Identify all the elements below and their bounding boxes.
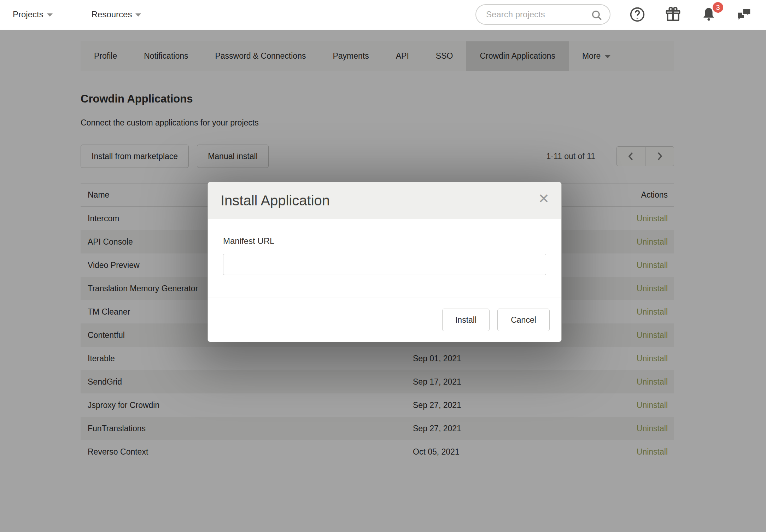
install-button[interactable]: Install <box>442 309 490 331</box>
manifest-url-input[interactable] <box>223 254 546 275</box>
modal-title: Install Application <box>221 193 330 209</box>
gift-icon <box>664 6 682 23</box>
resources-menu[interactable]: Resources <box>92 10 141 19</box>
help-icon <box>629 6 646 23</box>
messages-button[interactable] <box>736 6 753 23</box>
projects-menu-label: Projects <box>13 10 43 19</box>
resources-menu-label: Resources <box>92 10 132 19</box>
search-icon <box>591 9 603 21</box>
modal-footer: Install Cancel <box>208 298 561 342</box>
notifications-button[interactable]: 3 <box>700 6 717 23</box>
projects-menu[interactable]: Projects <box>13 10 53 19</box>
help-button[interactable] <box>629 6 646 23</box>
notification-badge: 3 <box>712 1 724 14</box>
close-icon[interactable]: ✕ <box>538 192 549 205</box>
manifest-url-label: Manifest URL <box>223 236 546 246</box>
chevron-down-icon <box>135 13 141 17</box>
cancel-button[interactable]: Cancel <box>497 309 550 331</box>
modal-body: Manifest URL <box>208 219 561 298</box>
top-navbar: Projects Resources <box>0 0 766 29</box>
chevron-down-icon <box>47 13 53 17</box>
gift-button[interactable] <box>664 6 682 23</box>
search-box <box>475 4 610 25</box>
modal-header: Install Application ✕ <box>208 182 561 219</box>
search-input[interactable] <box>476 10 610 19</box>
install-application-modal: Install Application ✕ Manifest URL Insta… <box>207 182 562 342</box>
chat-icon <box>736 6 753 23</box>
